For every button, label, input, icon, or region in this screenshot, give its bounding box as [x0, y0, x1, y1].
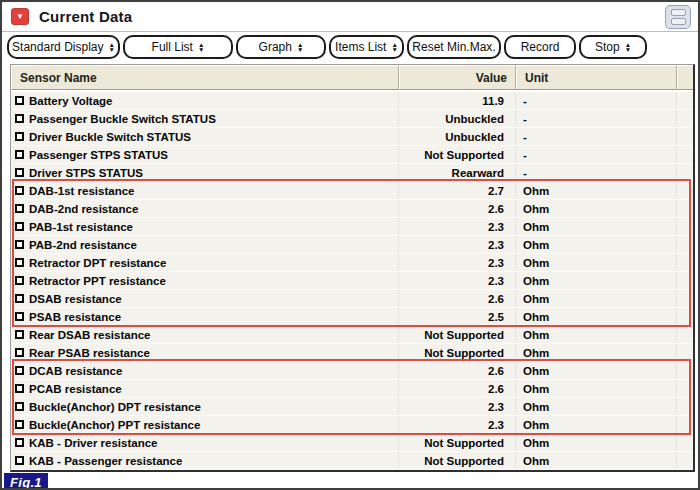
- table-row[interactable]: Passenger Buckle Switch STATUSUnbuckled-: [11, 110, 693, 128]
- column-header-unit[interactable]: Unit: [516, 65, 677, 90]
- table-row[interactable]: DSAB resistance2.6Ohm: [11, 290, 693, 308]
- sensor-name-label: DCAB resistance: [29, 365, 122, 377]
- chevron-updown-icon: ▲▼: [391, 42, 397, 52]
- row-checkbox[interactable]: [15, 312, 24, 321]
- table-row[interactable]: Buckle(Anchor) PPT resistance2.3Ohm: [11, 416, 693, 434]
- table-row[interactable]: DCAB resistance2.6Ohm: [11, 362, 693, 380]
- row-spacer-cell: [677, 272, 693, 289]
- sensor-name-label: Retractor PPT resistance: [29, 275, 166, 287]
- table-row[interactable]: DAB-2nd resistance2.6Ohm: [11, 200, 693, 218]
- table-row[interactable]: DAB-1st resistance2.7Ohm: [11, 182, 693, 200]
- table-row[interactable]: Driver STPS STATUSRearward-: [11, 164, 693, 182]
- column-header-sensor-name[interactable]: Sensor Name: [11, 65, 399, 90]
- row-checkbox[interactable]: [15, 276, 24, 285]
- sensor-value: 2.7: [399, 182, 516, 199]
- row-checkbox[interactable]: [15, 294, 24, 303]
- row-checkbox[interactable]: [15, 402, 24, 411]
- table-row[interactable]: PAB-1st resistance2.3Ohm: [11, 218, 693, 236]
- sensor-name-cell: PAB-2nd resistance: [11, 236, 399, 253]
- row-checkbox[interactable]: [15, 96, 24, 105]
- sensor-name-cell: DSAB resistance: [11, 290, 399, 307]
- sensor-name-label: DAB-2nd resistance: [29, 203, 138, 215]
- sensor-value: 2.3: [399, 254, 516, 271]
- sensor-value: Unbuckled: [399, 128, 516, 145]
- sensor-unit: Ohm: [516, 434, 677, 451]
- row-spacer-cell: [677, 398, 693, 415]
- sensor-name-label: PAB-2nd resistance: [29, 239, 137, 251]
- toolbar-button-record[interactable]: Record: [504, 35, 576, 59]
- row-checkbox[interactable]: [15, 258, 24, 267]
- toolbar-button-reset-min-max[interactable]: Reset Min.Max.: [407, 35, 501, 59]
- row-checkbox[interactable]: [15, 330, 24, 339]
- row-spacer-cell: [677, 200, 693, 217]
- sensor-name-cell: KAB - Passenger resistance: [11, 452, 399, 469]
- red-dropdown-badge-icon[interactable]: ▼: [11, 8, 29, 25]
- row-checkbox[interactable]: [15, 366, 24, 375]
- table-row[interactable]: Rear DSAB resistanceNot SupportedOhm: [11, 326, 693, 344]
- sensor-value: 2.6: [399, 380, 516, 397]
- sensor-name-label: KAB - Driver resistance: [29, 437, 157, 449]
- sensor-name-cell: PCAB resistance: [11, 380, 399, 397]
- table-row[interactable]: Driver Buckle Switch STATUSUnbuckled-: [11, 128, 693, 146]
- sensor-unit: Ohm: [516, 218, 677, 235]
- sensor-name-label: Driver STPS STATUS: [29, 167, 143, 179]
- sensor-name-cell: PSAB resistance: [11, 308, 399, 325]
- table-row[interactable]: Battery Voltage11.9-: [11, 92, 693, 110]
- sensor-name-cell: PAB-1st resistance: [11, 218, 399, 235]
- row-checkbox[interactable]: [15, 204, 24, 213]
- sensor-unit: Ohm: [516, 182, 677, 199]
- row-spacer-cell: [677, 290, 693, 307]
- row-checkbox[interactable]: [15, 240, 24, 249]
- row-checkbox[interactable]: [15, 438, 24, 447]
- sensor-value: 11.9: [399, 92, 516, 109]
- toolbar-button-standard-display[interactable]: Standard Display▲▼: [7, 35, 120, 59]
- row-checkbox[interactable]: [15, 384, 24, 393]
- tile-bar-top: [671, 9, 686, 16]
- figure-label: Fig.1: [4, 473, 48, 490]
- toolbar-button-graph[interactable]: Graph▲▼: [236, 35, 326, 59]
- sensor-name-label: DSAB resistance: [29, 293, 122, 305]
- sensor-name-label: Battery Voltage: [29, 95, 113, 107]
- sensor-value: Not Supported: [399, 452, 516, 469]
- sensor-unit: Ohm: [516, 326, 677, 343]
- row-spacer-cell: [677, 146, 693, 163]
- toolbar-button-stop[interactable]: Stop▲▼: [579, 35, 647, 59]
- toolbar-button-full-list[interactable]: Full List▲▼: [123, 35, 233, 59]
- table-row[interactable]: KAB - Passenger resistanceNot SupportedO…: [11, 452, 693, 470]
- tile-bar-bottom: [671, 18, 686, 25]
- table-row[interactable]: KAB - Driver resistanceNot SupportedOhm: [11, 434, 693, 452]
- column-header-value[interactable]: Value: [399, 65, 516, 90]
- sensor-name-label: Retractor DPT resistance: [29, 257, 166, 269]
- table-row[interactable]: Retractor DPT resistance2.3Ohm: [11, 254, 693, 272]
- table-row[interactable]: Retractor PPT resistance2.3Ohm: [11, 272, 693, 290]
- sensor-unit: Ohm: [516, 344, 677, 361]
- row-checkbox[interactable]: [15, 348, 24, 357]
- table-row[interactable]: Passenger STPS STATUSNot Supported-: [11, 146, 693, 164]
- row-checkbox[interactable]: [15, 132, 24, 141]
- row-checkbox[interactable]: [15, 222, 24, 231]
- row-checkbox[interactable]: [15, 420, 24, 429]
- sensor-name-label: Buckle(Anchor) PPT resistance: [29, 419, 200, 431]
- sensor-value: 2.6: [399, 290, 516, 307]
- sensor-name-label: Driver Buckle Switch STATUS: [29, 131, 191, 143]
- table-row[interactable]: Buckle(Anchor) DPT resistance2.3Ohm: [11, 398, 693, 416]
- row-spacer-cell: [677, 92, 693, 109]
- row-checkbox[interactable]: [15, 168, 24, 177]
- table-row[interactable]: Rear PSAB resistanceNot SupportedOhm: [11, 344, 693, 362]
- tile-windows-icon[interactable]: [665, 5, 691, 29]
- row-checkbox[interactable]: [15, 114, 24, 123]
- toolbar-button-label: Full List: [152, 40, 193, 54]
- table-row[interactable]: PCAB resistance2.6Ohm: [11, 380, 693, 398]
- row-checkbox[interactable]: [15, 456, 24, 465]
- row-checkbox[interactable]: [15, 150, 24, 159]
- row-checkbox[interactable]: [15, 186, 24, 195]
- sensor-unit: -: [516, 128, 677, 145]
- sensor-name-label: Passenger Buckle Switch STATUS: [29, 113, 216, 125]
- sensor-name-cell: Passenger STPS STATUS: [11, 146, 399, 163]
- toolbar-button-items-list[interactable]: Items List▲▼: [329, 35, 404, 59]
- table-row[interactable]: PSAB resistance2.5Ohm: [11, 308, 693, 326]
- row-spacer-cell: [677, 380, 693, 397]
- sensor-value: 2.6: [399, 362, 516, 379]
- table-row[interactable]: PAB-2nd resistance2.3Ohm: [11, 236, 693, 254]
- sensor-value: Not Supported: [399, 344, 516, 361]
